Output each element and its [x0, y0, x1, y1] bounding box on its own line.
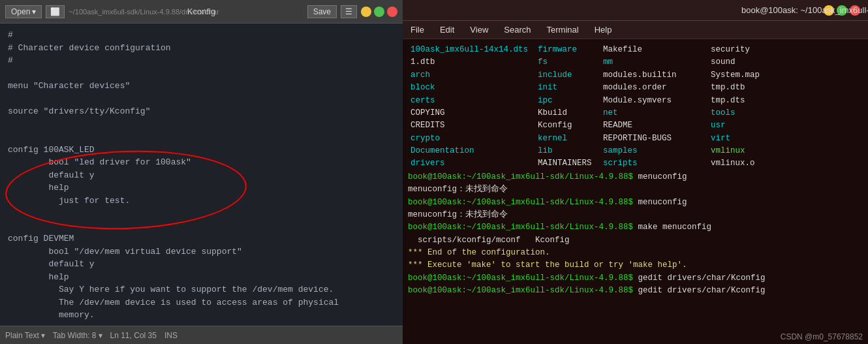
file-entry: [793, 107, 865, 119]
menu-help[interactable]: Help: [592, 23, 615, 36]
menu-view[interactable]: View: [467, 23, 491, 36]
file-entry: REPORTING-BUGS: [600, 133, 708, 145]
save-button[interactable]: Save: [307, 5, 337, 18]
format-label: Plain Text: [5, 331, 39, 340]
file-entry: block: [408, 82, 535, 94]
file-entry: crypto: [408, 133, 535, 145]
prompt-line-2: book@100ask:~/100ask_imx6ull-sdk/Linux-4…: [408, 196, 863, 209]
file-entry: mm: [600, 56, 708, 69]
editor-title: Kconfig: [187, 7, 215, 16]
file-entry: System.map: [708, 69, 793, 82]
output-line-3: scripts/kconfig/mconf Kconfig: [408, 234, 863, 247]
file-entry: certs: [408, 95, 535, 107]
csdn-watermark: CSDN @m0_57678852: [781, 332, 863, 341]
prompt-line-3: book@100ask:~/100ask_imx6ull-sdk/Linux-4…: [408, 221, 863, 234]
ins-mode: INS: [164, 331, 178, 340]
warning-line-1: *** End of the configuration.: [408, 247, 863, 259]
file-entry: [793, 133, 865, 145]
open-dropdown-icon[interactable]: ▾: [32, 7, 36, 16]
file-entry: init: [535, 82, 600, 94]
file-entry: arch: [408, 69, 535, 82]
file-entry: 100ask_imx6ull-14x14.dts: [408, 44, 535, 56]
file-entry: [793, 82, 865, 94]
file-entry: kernel: [535, 133, 600, 145]
terminal-titlebar: book@100ask: ~/100ask_imx6ull-sdk/Linux-…: [403, 0, 868, 21]
file-entry: Makefile: [600, 44, 708, 56]
menu-edit[interactable]: Edit: [437, 23, 457, 36]
file-entry: lib: [535, 145, 600, 157]
file-entry: [793, 56, 865, 69]
file-entry: README: [600, 119, 708, 132]
file-entry: security: [708, 44, 793, 56]
file-listing: 100ask_imx6ull-14x14.dts firmware Makefi…: [408, 43, 863, 171]
file-entry: [793, 44, 865, 56]
file-entry: virt: [708, 133, 793, 145]
editor-statusbar: Plain Text ▾ Tab Width: 8 ▾ Ln 11, Col 3…: [0, 326, 403, 344]
output-line-1: menuconfig：未找到命令: [408, 183, 863, 196]
file-entry: modules.order: [600, 82, 708, 94]
file-entry: tools: [708, 107, 793, 119]
window-controls: [361, 7, 397, 17]
file-entry: drivers: [408, 157, 535, 170]
tab-dropdown-icon: ▾: [99, 331, 102, 340]
file-entry: tmp.dts: [708, 95, 793, 107]
prompt-line-4: book@100ask:~/100ask_imx6ull-sdk/Linux-4…: [408, 272, 863, 285]
menu-file[interactable]: File: [408, 23, 427, 36]
editor-titlebar: Open ▾ ⬜ ~/100ask_imx6ull-sdk/Linux-4.9.…: [0, 0, 403, 23]
file-entry: samples: [600, 145, 708, 157]
warning-line-2: *** Execute 'make' to start the build or…: [408, 259, 863, 272]
cursor-position: Ln 11, Col 35: [110, 331, 157, 340]
file-entry: MAINTAINERS: [535, 157, 600, 170]
file-entry: Documentation: [408, 145, 535, 157]
screenshot-button[interactable]: ⬜: [46, 5, 65, 18]
open-label: Open: [11, 7, 30, 16]
close-button[interactable]: [387, 7, 397, 17]
file-entry: Kbuild: [535, 107, 600, 119]
tab-width-selector[interactable]: Tab Width: 8 ▾: [53, 331, 102, 340]
menu-search[interactable]: Search: [501, 23, 533, 36]
terminal-content[interactable]: 100ask_imx6ull-14x14.dts firmware Makefi…: [403, 39, 868, 344]
file-entry: modules.builtin: [600, 69, 708, 82]
file-entry: 1.dtb: [408, 56, 535, 69]
editor-panel: Open ▾ ⬜ ~/100ask_imx6ull-sdk/Linux-4.9.…: [0, 0, 403, 344]
file-entry: CREDITS: [408, 119, 535, 132]
hamburger-button[interactable]: ☰: [341, 5, 357, 18]
file-entry: include: [535, 69, 600, 82]
prompt-line-5: book@100ask:~/100ask_imx6ull-sdk/Linux-4…: [408, 285, 863, 297]
editor-content[interactable]: # # Character device configuration # men…: [0, 23, 403, 326]
output-line-2: menuconfig：未找到命令: [408, 209, 863, 221]
format-selector[interactable]: Plain Text ▾: [5, 331, 45, 340]
file-entry: tmp.dtb: [708, 82, 793, 94]
file-entry: [793, 119, 865, 132]
open-button[interactable]: Open ▾: [5, 5, 42, 18]
file-entry: [793, 69, 865, 82]
terminal-menubar: File Edit View Search Terminal Help: [403, 21, 868, 39]
code-display: # # Character device configuration # men…: [0, 23, 403, 326]
file-entry: [793, 95, 865, 107]
file-entry: sound: [708, 56, 793, 69]
file-entry: Module.symvers: [600, 95, 708, 107]
file-entry: usr: [708, 119, 793, 132]
file-entry: COPYING: [408, 107, 535, 119]
file-entry: [793, 157, 865, 170]
file-entry: Kconfig: [535, 119, 600, 132]
format-dropdown-icon: ▾: [41, 331, 45, 340]
file-entry: vmlinux.o: [708, 157, 793, 170]
file-entry: ipc: [535, 95, 600, 107]
file-entry: net: [600, 107, 708, 119]
terminal-title: book@100ask: ~/100ask_imx6ull-sdk/Linux-…: [741, 5, 868, 15]
tab-width-label: Tab Width: 8: [53, 331, 97, 340]
file-entry: scripts: [600, 157, 708, 170]
editor-titlebar-right: Save ☰: [307, 5, 397, 18]
maximize-button[interactable]: [374, 7, 384, 17]
prompt-line-1: book@100ask:~/100ask_imx6ull-sdk/Linux-4…: [408, 171, 863, 183]
minimize-button[interactable]: [361, 7, 371, 17]
file-entry: fs: [535, 56, 600, 69]
file-entry: vmlinux: [708, 145, 793, 157]
menu-terminal[interactable]: Terminal: [544, 23, 581, 36]
terminal-panel: book@100ask: ~/100ask_imx6ull-sdk/Linux-…: [403, 0, 868, 344]
file-entry: firmware: [535, 44, 600, 56]
file-entry: [793, 145, 865, 157]
